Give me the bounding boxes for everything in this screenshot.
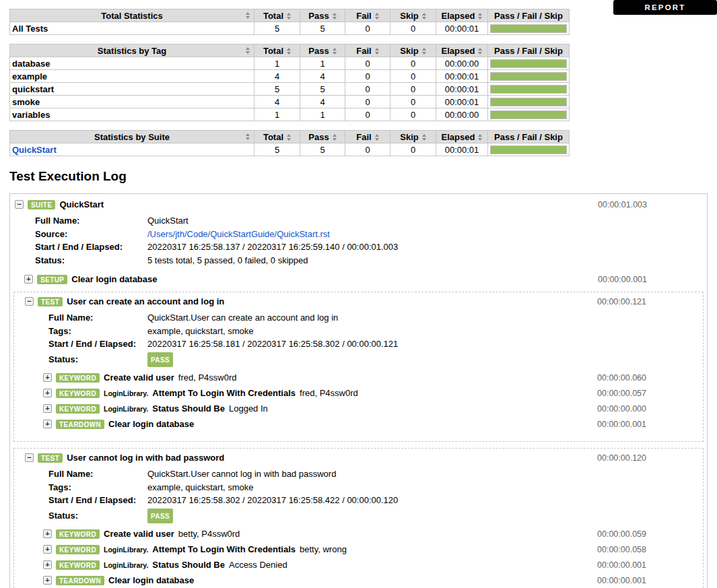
stat-link-smoke[interactable]: smoke: [12, 97, 40, 107]
test-element-header[interactable]: TEST User cannot log in with bad passwor…: [25, 453, 703, 463]
sort-icon[interactable]: [375, 13, 379, 20]
suite-full-name-row: Full Name: QuickStart: [35, 214, 705, 228]
table-title: Statistics by Suite: [94, 132, 170, 142]
keyword-row-attempt-to-login[interactable]: KEYWORD LoginLibrary. Attempt To Login W…: [43, 544, 703, 554]
col-header-fail[interactable]: Fail: [345, 44, 390, 57]
test-tags-value: example, quickstart, smoke: [147, 481, 254, 494]
total-statistics-title-header[interactable]: Total Statistics: [10, 9, 254, 22]
tag-statistics-title-header[interactable]: Statistics by Tag: [10, 44, 254, 57]
collapse-icon[interactable]: [25, 453, 34, 462]
expand-icon[interactable]: [43, 420, 52, 428]
sort-icon[interactable]: [287, 13, 291, 20]
sort-icon[interactable]: [287, 134, 291, 141]
keyword-elapsed-time: 00:00:00.000: [597, 404, 703, 414]
keyword-row-attempt-to-login[interactable]: KEYWORD LoginLibrary. Attempt To Login W…: [43, 388, 703, 398]
total-statistics-header-row: Total Statistics Total Pass Fail Skip El…: [10, 9, 570, 22]
col-header-elapsed[interactable]: Elapsed: [436, 44, 488, 57]
keyword-elapsed-time: 00:00:00.057: [597, 389, 703, 398]
stat-link-example[interactable]: example: [12, 71, 47, 81]
test-status-row: Status: PASS: [48, 509, 703, 524]
test-name: User can create an account and log in: [67, 296, 224, 306]
sort-icon[interactable]: [333, 48, 337, 55]
suite-element-header[interactable]: SUITE QuickStart 00:00:01.003: [15, 199, 705, 209]
stat-total: 5: [254, 143, 300, 156]
statistics-by-tag-table: Statistics by Tag Total Pass Fail Skip E…: [9, 44, 570, 121]
sort-icon[interactable]: [287, 48, 291, 55]
suite-statistics-title-header[interactable]: Statistics by Suite: [10, 131, 254, 143]
col-header-skip[interactable]: Skip: [390, 131, 436, 143]
keyword-row-create-valid-user[interactable]: KEYWORD Create valid user betty, P4ssw0r…: [43, 529, 703, 539]
sort-icon[interactable]: [333, 134, 337, 141]
sort-icon[interactable]: [422, 48, 426, 55]
expand-icon[interactable]: [43, 545, 52, 554]
test-metadata: Full Name: QuickStart.User can create an…: [48, 311, 703, 367]
sort-icon[interactable]: [478, 134, 482, 141]
col-header-skip[interactable]: Skip: [390, 9, 436, 22]
sort-icon[interactable]: [422, 134, 426, 141]
report-button[interactable]: REPORT: [613, 0, 717, 15]
suite-source-row: Source: /Users/jth/Code/QuickStartGuide/…: [35, 228, 705, 241]
keyword-badge: KEYWORD: [56, 373, 100, 383]
pass-fail-skip-graph: [490, 72, 567, 81]
col-label: Elapsed: [442, 46, 475, 56]
stat-elapsed: 00:00:01: [436, 83, 488, 96]
keyword-row-create-valid-user[interactable]: KEYWORD Create valid user fred, P4ssw0rd…: [43, 372, 703, 383]
col-label: Total: [263, 11, 283, 21]
col-header-total[interactable]: Total: [254, 9, 300, 22]
col-label: Skip: [400, 132, 418, 142]
col-header-total[interactable]: Total: [254, 131, 300, 143]
col-header-pass[interactable]: Pass: [300, 9, 345, 22]
stat-fail: 0: [345, 57, 390, 70]
pass-bar: [491, 86, 566, 93]
sort-icon[interactable]: [422, 13, 426, 20]
sort-icon[interactable]: [246, 12, 250, 19]
col-label: Fail: [356, 132, 371, 142]
pass-fail-skip-graph: [490, 98, 567, 106]
col-header-fail[interactable]: Fail: [345, 131, 390, 143]
stat-name-cell: database: [10, 57, 254, 70]
sort-icon[interactable]: [333, 13, 337, 20]
col-header-elapsed[interactable]: Elapsed: [436, 9, 488, 22]
sort-icon[interactable]: [246, 133, 250, 140]
collapse-icon[interactable]: [15, 200, 24, 209]
sort-icon[interactable]: [375, 134, 379, 141]
suite-source-link[interactable]: /Users/jth/Code/QuickStartGuide/QuickSta…: [147, 228, 330, 241]
stat-skip: 0: [390, 108, 436, 121]
stat-pass: 4: [300, 96, 345, 108]
keyword-name: Status Should Be: [152, 560, 225, 570]
expand-icon[interactable]: [43, 529, 52, 538]
keyword-row-status-should-be[interactable]: KEYWORD LoginLibrary. Status Should Be L…: [43, 403, 703, 414]
stat-link-variables[interactable]: variables: [12, 110, 50, 120]
collapse-icon[interactable]: [25, 297, 34, 306]
stat-skip: 0: [390, 83, 436, 96]
suite-setup-row[interactable]: SETUP Clear login database 00:00:00.001: [24, 274, 705, 284]
col-header-fail[interactable]: Fail: [345, 9, 390, 22]
col-header-elapsed[interactable]: Elapsed: [436, 131, 488, 143]
expand-icon[interactable]: [43, 576, 52, 585]
teardown-row-clear-login-database[interactable]: TEARDOWN Clear login database 00:00:00.0…: [43, 575, 703, 585]
sort-icon[interactable]: [478, 48, 482, 55]
col-header-pass[interactable]: Pass: [300, 44, 345, 57]
stat-link-quickstart[interactable]: quickstart: [12, 84, 54, 94]
sort-icon[interactable]: [478, 13, 482, 20]
expand-icon[interactable]: [24, 275, 33, 284]
stat-skip: 0: [390, 57, 436, 70]
test-full-name-value: QuickStart.User cannot log in with bad p…: [147, 467, 336, 481]
sort-icon[interactable]: [246, 47, 250, 54]
test-element-header[interactable]: TEST User can create an account and log …: [25, 296, 703, 306]
stat-link-all-tests[interactable]: All Tests: [12, 24, 48, 34]
keyword-row-status-should-be[interactable]: KEYWORD LoginLibrary. Status Should Be A…: [43, 560, 703, 570]
sort-icon[interactable]: [375, 48, 379, 55]
stat-link-quickstart-suite[interactable]: QuickStart: [12, 145, 57, 155]
expand-icon[interactable]: [43, 404, 52, 413]
col-header-pass[interactable]: Pass: [300, 131, 345, 143]
expand-icon[interactable]: [43, 560, 52, 569]
col-header-total[interactable]: Total: [254, 44, 300, 57]
expand-icon[interactable]: [43, 373, 52, 382]
pass-bar: [491, 111, 566, 119]
stat-link-database[interactable]: database: [12, 59, 50, 69]
stat-skip: 0: [390, 22, 436, 35]
teardown-row-clear-login-database[interactable]: TEARDOWN Clear login database 00:00:00.0…: [43, 419, 703, 429]
expand-icon[interactable]: [43, 389, 52, 397]
col-header-skip[interactable]: Skip: [390, 44, 436, 57]
